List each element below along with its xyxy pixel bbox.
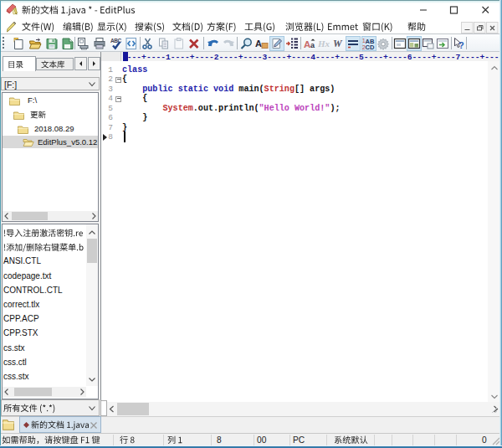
svg-text:W: W [333, 38, 343, 49]
svg-text:a: a [310, 41, 315, 49]
svg-text:?: ? [458, 40, 464, 50]
svg-text:----+----1----+----2----+----3: ----+----1----+----2----+----3----+----4… [122, 53, 500, 62]
svg-text:CD: CD [366, 44, 375, 50]
svg-text:A: A [255, 39, 262, 49]
svg-text:Hx: Hx [318, 39, 330, 49]
